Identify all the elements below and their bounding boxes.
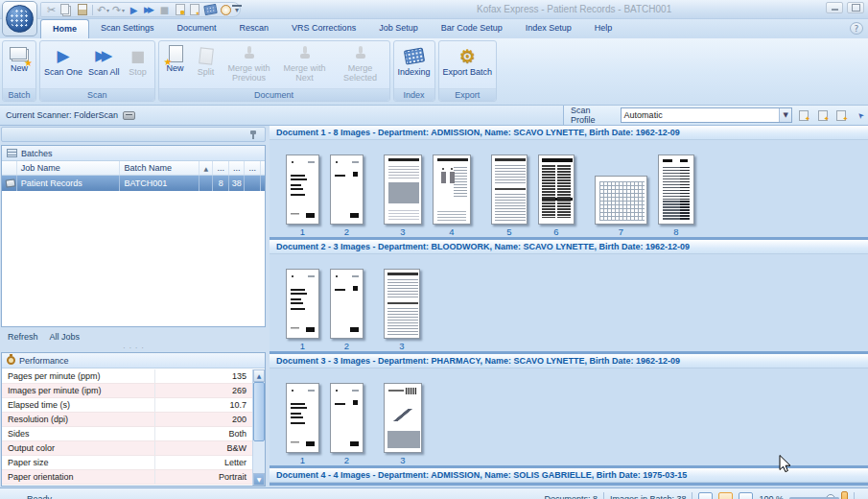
document-header[interactable]: Document 2 - 3 Images - Department: BLOO… xyxy=(270,240,868,254)
thumbnail-cell: 1 xyxy=(286,154,319,237)
undo-icon[interactable] xyxy=(96,3,110,16)
view-mode-1-button[interactable] xyxy=(698,492,713,499)
ribbon-button-new[interactable]: New xyxy=(160,42,191,88)
scan-all-icon[interactable] xyxy=(142,3,156,16)
page-thumbnail[interactable] xyxy=(384,269,420,339)
minimize-button[interactable] xyxy=(826,2,843,13)
page-number: 7 xyxy=(619,226,623,237)
select-profile-icon[interactable] xyxy=(853,108,868,123)
kofax-logo-icon xyxy=(6,5,34,33)
performance-label: Resolution (dpi) xyxy=(2,413,155,426)
performance-row[interactable]: Pages per minute (ppm)135 xyxy=(2,369,252,384)
scan-profile-combobox[interactable]: Automatic ▼ xyxy=(621,107,793,123)
column-batch-name[interactable]: Batch Name xyxy=(120,161,199,175)
page-thumbnail[interactable] xyxy=(384,383,422,453)
tab-help[interactable]: Help xyxy=(583,19,624,38)
ribbon-group-index: IndexingIndex xyxy=(393,40,435,102)
application-menu-button[interactable] xyxy=(2,1,37,36)
page-number: 2 xyxy=(344,226,349,237)
all-jobs-link[interactable]: All Jobs xyxy=(50,332,81,342)
maximize-button[interactable] xyxy=(847,2,864,13)
doc-lock-icon[interactable] xyxy=(173,3,187,16)
ribbon-button-merge-selected[interactable]: Merge Selected xyxy=(333,42,388,88)
tab-scan-settings[interactable]: Scan Settings xyxy=(89,19,166,38)
doc-user-icon[interactable] xyxy=(188,3,202,16)
column-extra[interactable]: ... xyxy=(245,161,261,175)
document-header[interactable]: Document 1 - 8 Images - Department: ADMI… xyxy=(270,126,868,140)
page-thumbnail[interactable] xyxy=(491,154,528,225)
tab-rescan[interactable]: Rescan xyxy=(228,19,281,38)
delete-profile-icon[interactable] xyxy=(834,108,850,123)
performance-scrollbar[interactable]: ▲ ▼ xyxy=(252,369,265,486)
clock-icon[interactable] xyxy=(219,3,233,16)
qat-menu-icon[interactable]: ▾ xyxy=(232,5,242,14)
performance-row[interactable]: SidesBoth xyxy=(2,427,252,441)
tab-vrs-corrections[interactable]: VRS Corrections xyxy=(280,19,367,38)
stop-icon[interactable] xyxy=(157,3,172,16)
tab-bar-code-setup[interactable]: Bar Code Setup xyxy=(430,19,514,38)
ribbon-button-export-batch[interactable]: Export Batch xyxy=(440,42,496,88)
scan-one-icon[interactable] xyxy=(127,3,141,16)
view-mode-3-button[interactable] xyxy=(739,492,753,499)
redo-icon[interactable] xyxy=(111,3,126,16)
document-header[interactable]: Document 3 - 3 Images - Department: PHAR… xyxy=(270,354,868,368)
performance-row[interactable]: Paper sizeLetter xyxy=(2,456,252,470)
refresh-link[interactable]: Refresh xyxy=(8,332,38,342)
scroll-down-icon[interactable]: ▼ xyxy=(253,473,265,486)
page-thumbnail[interactable] xyxy=(658,154,694,225)
view-mode-2-button[interactable] xyxy=(718,492,733,499)
tab-document[interactable]: Document xyxy=(166,19,228,38)
page-thumbnail[interactable] xyxy=(286,383,319,453)
ribbon: NewBatchScan OneScan AllStopScanNewSplit… xyxy=(0,38,868,106)
page-thumbnail[interactable] xyxy=(538,154,575,225)
zoom-percent: 100 % xyxy=(759,494,784,499)
save-profile-icon[interactable] xyxy=(815,108,831,123)
page-thumbnail[interactable] xyxy=(595,176,647,225)
sort-ascending-icon[interactable]: ▲ xyxy=(203,165,208,172)
combobox-dropdown-icon[interactable]: ▼ xyxy=(779,108,791,122)
column-job-name[interactable]: Job Name xyxy=(17,161,121,175)
scroll-up-icon[interactable]: ▲ xyxy=(253,369,265,382)
performance-row[interactable]: Paper orientationPortrait xyxy=(2,470,252,485)
page-thumbnail[interactable] xyxy=(433,154,471,225)
thumbnail-cell: 1 xyxy=(286,269,319,351)
add-profile-icon[interactable] xyxy=(796,108,811,123)
paste-icon[interactable] xyxy=(75,3,89,16)
page-thumbnail[interactable] xyxy=(286,154,319,225)
cut-icon[interactable] xyxy=(44,3,59,16)
ribbon-button-label: Merge Selected xyxy=(336,63,386,83)
scan-profile-bar: Scan Profile Automatic ▼ xyxy=(563,106,868,125)
ribbon-button-new[interactable]: New xyxy=(4,42,35,88)
performance-row[interactable]: Images per minute (ipm)269 xyxy=(2,384,252,398)
page-thumbnail[interactable] xyxy=(330,383,364,453)
performance-row[interactable]: Output colorB&W xyxy=(2,441,252,456)
batch-row[interactable]: Patient Records BATCH001 8 38 xyxy=(2,176,265,191)
tab-job-setup[interactable]: Job Setup xyxy=(367,19,430,38)
panel-splitter[interactable]: . . . . xyxy=(0,345,268,352)
page-thumbnail[interactable] xyxy=(330,154,364,225)
column-images[interactable]: ... xyxy=(229,161,246,175)
scanner-settings-icon[interactable] xyxy=(123,111,135,120)
ribbon-button-indexing[interactable]: Indexing xyxy=(395,42,434,88)
copy-icon[interactable] xyxy=(59,3,74,16)
help-icon[interactable]: ? xyxy=(850,22,863,35)
tab-home[interactable]: Home xyxy=(40,19,89,38)
performance-row[interactable]: Resolution (dpi)200 xyxy=(2,413,252,427)
column-documents[interactable]: ... xyxy=(213,161,229,175)
keypad-icon[interactable] xyxy=(203,3,218,16)
page-thumbnail[interactable] xyxy=(286,269,319,339)
zoom-handle-icon[interactable] xyxy=(841,491,848,499)
pin-icon[interactable] xyxy=(249,131,257,140)
page-thumbnail[interactable] xyxy=(384,154,422,225)
ribbon-button-scan-all[interactable]: Scan All xyxy=(85,42,123,88)
kofax-express-window: { "window": { "title": "Kofax Express - … xyxy=(0,0,868,499)
performance-row[interactable]: Elapsed time (s)10.7 xyxy=(2,398,252,413)
scrollbar-thumb[interactable] xyxy=(253,382,265,441)
tab-index-setup[interactable]: Index Setup xyxy=(514,19,583,38)
ribbon-button-scan-one[interactable]: Scan One xyxy=(41,42,85,88)
ribbon-button-stop[interactable]: Stop xyxy=(123,42,153,88)
ribbon-button-split[interactable]: Split xyxy=(191,42,222,88)
page-thumbnail[interactable] xyxy=(330,269,364,339)
ribbon-button-merge-with-next[interactable]: Merge with Next xyxy=(277,42,333,88)
ribbon-button-merge-with-previous[interactable]: Merge with Previous xyxy=(222,42,277,88)
